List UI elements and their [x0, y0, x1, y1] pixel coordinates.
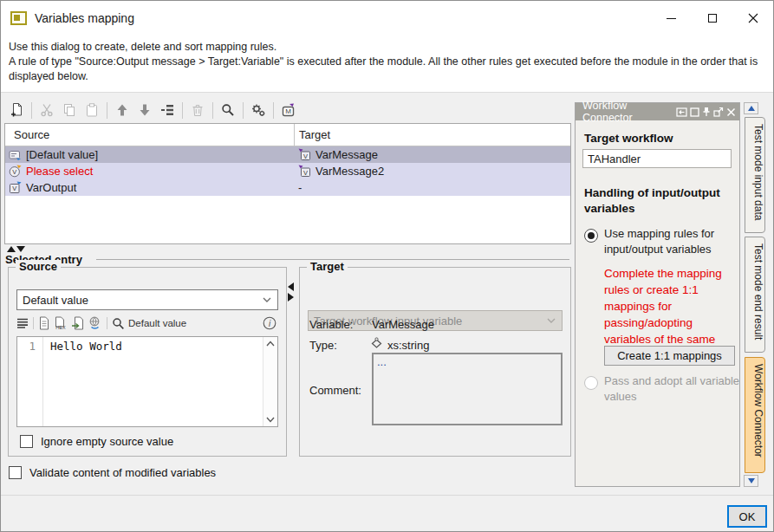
ignore-empty-source-checkbox[interactable] [20, 435, 33, 448]
dock-left-icon[interactable] [676, 107, 687, 117]
table-row[interactable]: [Default value] V VarMessage [5, 146, 570, 163]
menu-icon[interactable] [16, 318, 29, 328]
splitter-collapse-right-icon[interactable] [288, 293, 294, 302]
xsd-type-icon [370, 337, 383, 350]
panel-title-bar[interactable]: Workflow Connector [576, 103, 739, 120]
minimize-button[interactable] [651, 1, 692, 36]
maximize-button[interactable] [692, 1, 732, 36]
column-header-target[interactable]: Target [294, 128, 330, 141]
toolbar-separator [243, 102, 244, 119]
delete-button[interactable] [186, 99, 209, 121]
ignore-empty-source-row: Ignore empty source value [20, 435, 173, 448]
plain-text-view-icon[interactable] [38, 316, 50, 330]
outline-order-button[interactable] [156, 99, 179, 121]
info-icon[interactable]: i [263, 316, 276, 330]
pass-adopt-radio [584, 376, 598, 390]
scroll-up-icon[interactable] [266, 341, 275, 347]
cut-button[interactable] [36, 99, 58, 121]
pass-adopt-option: Pass and adopt all variable values [584, 373, 743, 405]
tab-label: Workflow Connector [752, 364, 764, 457]
maximize-panel-icon[interactable] [690, 107, 699, 117]
link-globe-icon[interactable] [88, 316, 102, 330]
ok-button-label: OK [739, 510, 756, 523]
description-line2: A rule of type "Source:Output message > … [9, 55, 765, 84]
editor-scrollbar[interactable] [263, 337, 277, 426]
comment-value: ... [377, 355, 387, 368]
move-down-button[interactable] [133, 99, 156, 121]
ok-button[interactable]: OK [727, 505, 767, 528]
rule-source-label: VarOutput [26, 181, 76, 194]
toolbar-separator [182, 102, 183, 119]
export-content-icon[interactable] [71, 316, 85, 330]
validate-content-checkbox[interactable] [9, 466, 22, 479]
splitter-collapse-down-icon[interactable] [16, 246, 25, 252]
type-value: xs:string [387, 339, 429, 352]
output-variable-icon: V [9, 181, 22, 194]
trash-icon [191, 103, 205, 117]
create-mappings-button[interactable]: Create 1:1 mappings [604, 346, 735, 366]
cut-icon [40, 103, 54, 117]
hex-view-icon[interactable]: HEX [54, 316, 68, 330]
close-button[interactable] [732, 1, 773, 36]
svg-text:V: V [12, 168, 16, 176]
target-group-label: Target [307, 260, 348, 273]
mapping-rules-table[interactable]: Source Target [Default value] V VarMessa… [4, 123, 571, 244]
source-type-value: Default value [23, 294, 88, 307]
dialog-title: Variables mapping [35, 11, 134, 25]
toolbar-separator [273, 102, 274, 119]
gears-icon [251, 103, 266, 117]
table-row[interactable]: V Please select V VarMessage2 [5, 163, 570, 179]
validate-content-row: Validate content of modified variables [9, 466, 216, 479]
new-mapping-rule-button[interactable] [5, 99, 28, 121]
use-mapping-rules-radio[interactable] [584, 229, 598, 243]
copy-icon [62, 103, 76, 117]
editor-content[interactable]: Hello World [43, 337, 263, 426]
tab-test-mode-input-data[interactable]: Test mode input data [745, 117, 765, 233]
tab-label: Test mode end result [752, 243, 764, 340]
chevron-down-icon [263, 297, 271, 302]
column-header-source[interactable]: Source [5, 128, 294, 141]
use-mapping-rules-option[interactable]: Use mapping rules for input/output varia… [584, 226, 736, 257]
message-mapping-button[interactable]: M [277, 99, 300, 121]
svg-text:V: V [303, 169, 308, 177]
table-splitter[interactable] [7, 246, 25, 252]
svg-text:M: M [285, 107, 291, 115]
rule-source-label: Please select [26, 165, 93, 178]
search-icon[interactable] [112, 317, 125, 330]
variable-label: Variable: [309, 318, 353, 331]
dialog-description: Use this dialog to create, delete and so… [1, 36, 773, 93]
target-variable-icon: V [298, 148, 311, 161]
search-button[interactable] [217, 99, 239, 121]
tab-scroll-down-button[interactable] [744, 475, 758, 487]
target-workflow-input[interactable]: TAHandler [582, 149, 732, 168]
group-splitter[interactable] [288, 282, 294, 302]
create-mappings-label: Create 1:1 mappings [617, 349, 722, 362]
tab-test-mode-end-result[interactable]: Test mode end result [745, 237, 765, 353]
editor-line-number: 1 [17, 337, 43, 426]
tab-scroll-up-button[interactable] [744, 102, 758, 114]
float-window-icon[interactable] [713, 107, 724, 117]
copy-button[interactable] [58, 99, 81, 121]
toolbar-separator [212, 102, 213, 119]
target-workflow-value: TAHandler [588, 152, 641, 165]
tab-label: Test mode input data [752, 124, 764, 220]
splitter-collapse-left-icon[interactable] [288, 282, 294, 291]
close-panel-icon[interactable] [726, 107, 736, 117]
search-icon [221, 103, 235, 117]
tab-workflow-connector[interactable]: Workflow Connector [745, 357, 765, 473]
pin-icon[interactable] [702, 107, 711, 117]
column-divider[interactable] [294, 124, 295, 146]
scroll-down-icon[interactable] [266, 417, 275, 423]
paste-icon [85, 103, 99, 117]
variables-mapping-dialog: Variables mapping Use this dialog to cre… [0, 0, 774, 532]
description-line1: Use this dialog to create, delete and so… [9, 40, 765, 55]
svg-text:i: i [269, 319, 271, 328]
table-row[interactable]: V VarOutput - [5, 179, 570, 196]
splitter-collapse-up-icon[interactable] [7, 246, 16, 252]
source-type-dropdown[interactable]: Default value [16, 289, 278, 310]
source-value-editor[interactable]: 1 Hello World [16, 336, 278, 427]
comment-label: Comment: [309, 384, 361, 397]
settings-button[interactable] [247, 99, 270, 121]
paste-button[interactable] [81, 99, 103, 121]
move-up-button[interactable] [111, 99, 133, 121]
